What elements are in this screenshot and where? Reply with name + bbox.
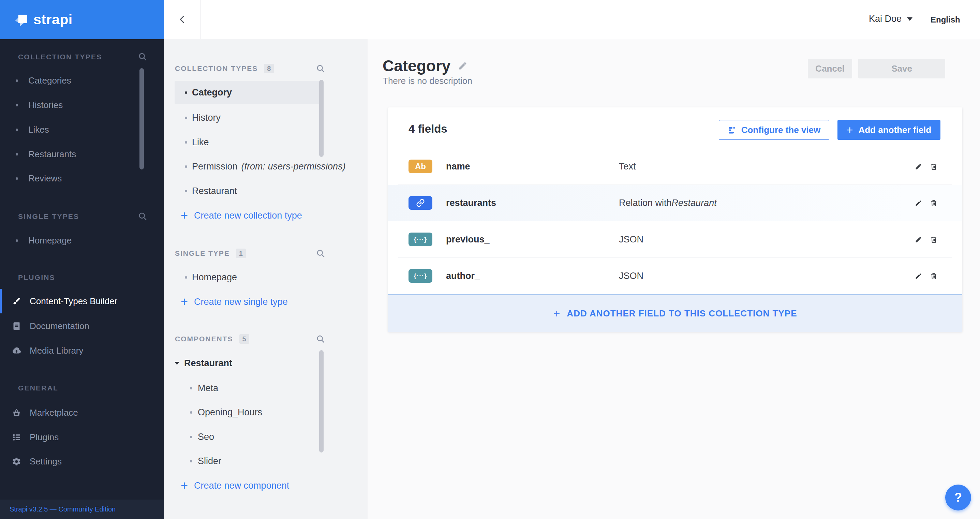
count-badge: 1 — [236, 248, 246, 258]
bullet-icon — [16, 129, 18, 131]
main-sidebar: strapi COLLECTION TYPES Categories Histo… — [0, 0, 164, 519]
sidebar-item-media-library[interactable]: Media Library — [0, 338, 164, 363]
topbar: Kai Doe English — [164, 0, 980, 39]
back-button[interactable] — [173, 10, 192, 29]
panel-item-opening-hours[interactable]: Opening_Hours — [164, 405, 368, 420]
sidebar-item-reviews[interactable]: Reviews — [0, 171, 164, 186]
bullet-icon — [185, 91, 187, 94]
bullet-icon — [185, 116, 187, 119]
book-icon — [12, 322, 21, 331]
page-description: There is no description — [383, 76, 472, 86]
add-field-footer-button[interactable]: + ADD ANOTHER FIELD TO THIS COLLECTION T… — [388, 294, 962, 332]
search-icon[interactable] — [316, 248, 325, 258]
sidebar-item-content-types-builder[interactable]: Content-Types Builder — [0, 289, 164, 314]
strapi-version-link[interactable]: Strapi v3.2.5 — Community Edition — [10, 505, 116, 513]
strapi-logo[interactable]: strapi — [0, 0, 164, 39]
bullet-icon — [190, 411, 192, 414]
paintbrush-icon — [12, 297, 21, 306]
bullet-icon — [16, 104, 18, 107]
user-language-divider — [924, 13, 924, 27]
save-button[interactable]: Save — [858, 59, 945, 78]
sidebar-section-single-types: SINGLE TYPES — [18, 212, 79, 221]
panel-item-permission[interactable]: Permission(from: users-permissions) — [164, 159, 368, 174]
page-title: Category — [383, 57, 450, 75]
bullet-icon — [16, 177, 18, 180]
panel-scrollbar[interactable] — [319, 350, 324, 452]
fields-card-header: 4 fields Configure the view + Add anothe… — [388, 107, 962, 148]
panel-item-history[interactable]: History — [164, 110, 368, 125]
trash-icon[interactable] — [930, 199, 937, 207]
sidebar-item-marketplace[interactable]: Marketplace — [0, 400, 164, 425]
search-icon[interactable] — [316, 334, 325, 344]
edit-icon[interactable] — [915, 236, 922, 243]
cancel-button[interactable]: Cancel — [808, 59, 852, 78]
panel-item-like[interactable]: Like — [164, 135, 368, 150]
bullet-icon — [185, 166, 187, 168]
bullet-icon — [16, 153, 18, 156]
panel-item-meta[interactable]: Meta — [164, 380, 368, 396]
caret-down-icon — [175, 362, 179, 365]
edit-icon[interactable] — [915, 199, 922, 207]
bullet-icon — [185, 190, 187, 192]
topbar-divider — [200, 0, 200, 39]
trash-icon[interactable] — [930, 236, 937, 243]
plus-icon: + — [554, 307, 560, 320]
content-types-panel: COLLECTION TYPES 8 Category History Like… — [164, 39, 368, 519]
language-selector[interactable]: English — [931, 15, 960, 25]
sidebar-item-likes[interactable]: Likes — [0, 122, 164, 137]
panel-section-collection-types: COLLECTION TYPES 8 — [175, 64, 274, 73]
sidebar-item-histories[interactable]: Histories — [0, 97, 164, 113]
create-single-type-link[interactable]: +Create new single type — [164, 294, 368, 309]
edit-icon[interactable] — [915, 272, 922, 280]
sidebar-item-categories[interactable]: Categories — [0, 73, 164, 88]
create-component-link[interactable]: +Create new component — [164, 478, 368, 493]
field-row-restaurants[interactable]: restaurants Relation with Restaurant — [388, 185, 962, 221]
field-row-name[interactable]: Ab name Text — [388, 148, 962, 185]
field-type: Relation with Restaurant — [619, 185, 717, 221]
configure-view-button[interactable]: Configure the view — [719, 120, 829, 140]
component-group-restaurant[interactable]: Restaurant — [175, 356, 368, 371]
add-field-button[interactable]: + Add another field — [837, 120, 940, 140]
sidebar-item-plugins[interactable]: Plugins — [0, 425, 164, 449]
search-icon[interactable] — [138, 212, 147, 221]
bullet-icon — [185, 276, 187, 279]
panel-item-homepage[interactable]: Homepage — [164, 270, 368, 285]
panel-scrollbar[interactable] — [319, 80, 324, 157]
field-row-previous[interactable]: {···} previous_ JSON — [388, 221, 962, 258]
bullet-icon — [16, 239, 18, 242]
search-icon[interactable] — [316, 64, 325, 73]
panel-item-seo[interactable]: Seo — [164, 429, 368, 444]
trash-icon[interactable] — [930, 272, 937, 280]
panel-item-restaurant[interactable]: Restaurant — [164, 183, 368, 199]
bullet-icon — [190, 460, 192, 462]
user-menu[interactable]: Kai Doe — [869, 14, 913, 24]
field-name: previous_ — [446, 221, 490, 258]
bullet-icon — [16, 80, 18, 82]
search-icon[interactable] — [138, 52, 147, 61]
edit-title-icon[interactable] — [458, 61, 468, 71]
sidebar-item-settings[interactable]: Settings — [0, 449, 164, 474]
sidebar-scrollbar[interactable] — [140, 68, 144, 169]
cloud-upload-icon — [12, 346, 21, 355]
sidebar-item-documentation[interactable]: Documentation — [0, 314, 164, 338]
chevron-down-icon — [907, 18, 913, 21]
sidebar-section-collection-types: COLLECTION TYPES — [18, 53, 102, 61]
field-row-author[interactable]: {···} author_ JSON — [388, 258, 962, 294]
sidebar-section-plugins: PLUGINS — [18, 273, 55, 282]
edit-icon[interactable] — [915, 163, 922, 170]
sidebar-item-restaurants[interactable]: Restaurants — [0, 146, 164, 162]
field-type: JSON — [619, 258, 643, 294]
trash-icon[interactable] — [930, 163, 937, 170]
panel-item-category[interactable]: Category — [164, 85, 368, 100]
sidebar-item-homepage[interactable]: Homepage — [0, 233, 164, 248]
relation-field-icon — [409, 196, 433, 210]
panel-item-slider[interactable]: Slider — [164, 454, 368, 468]
permission-source: (from: users-permissions) — [242, 161, 346, 172]
field-name: author_ — [446, 258, 480, 294]
create-collection-type-link[interactable]: +Create new collection type — [164, 208, 368, 223]
field-type: Text — [619, 148, 636, 185]
user-name: Kai Doe — [869, 14, 902, 24]
help-button[interactable]: ? — [945, 484, 971, 511]
strapi-logo-text: strapi — [33, 11, 73, 28]
text-field-icon: Ab — [409, 159, 433, 173]
